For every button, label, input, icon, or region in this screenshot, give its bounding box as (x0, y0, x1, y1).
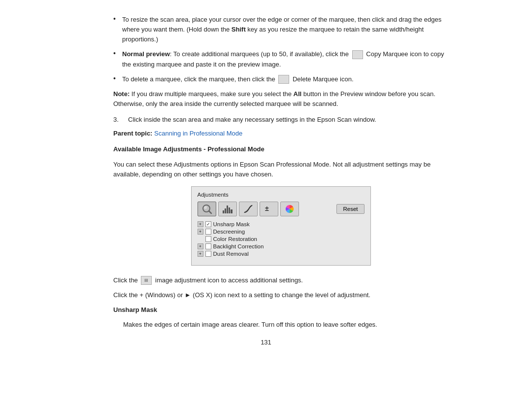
parent-topic-label: Parent topic: (113, 130, 152, 137)
note-label: Note: (113, 90, 130, 98)
parent-topic: Parent topic: Scanning in Professional M… (84, 129, 448, 138)
bullet-text-2: Normal preview: To create additional mar… (122, 49, 448, 69)
descreening-expand[interactable]: + (198, 229, 203, 235)
bullet-item-1: • To resize the scan area, place your cu… (113, 15, 448, 44)
section-desc: You can select these Adjustments options… (84, 160, 448, 179)
main-page: • To resize the scan area, place your cu… (74, 0, 458, 366)
svg-line-2 (209, 211, 211, 213)
section-heading-text: Available Image Adjustments - Profession… (113, 145, 265, 153)
backlight-expand[interactable]: + (198, 243, 203, 249)
bullet-dot-2: • (113, 49, 122, 57)
bullet-dot-1: • (113, 15, 122, 23)
step-3: 3. Click inside the scan area and make a… (84, 115, 448, 125)
page-number: 131 (84, 339, 448, 346)
section-heading: Available Image Adjustments - Profession… (84, 144, 448, 154)
panel-rows: + ✓ Unsharp Mask + Descreening Color Res… (198, 221, 365, 257)
bullet-section: • To resize the scan area, place your cu… (84, 15, 448, 84)
hist-bar-2 (225, 208, 226, 213)
color-restoration-checkbox[interactable] (205, 236, 211, 242)
brightness-button[interactable]: ± (260, 202, 278, 216)
backlight-correction-row: + Backlight Correction (198, 243, 365, 249)
descreening-row: + Descreening (198, 229, 365, 235)
dust-label: Dust Removal (213, 251, 249, 257)
panel-buttons: ± Reset (198, 202, 365, 216)
bold-normal-preview: Normal preview (122, 50, 170, 58)
unsharp-heading-label: Unsharp Mask (113, 306, 157, 313)
descreening-checkbox[interactable] (205, 229, 211, 235)
color-button[interactable] (280, 202, 299, 216)
parent-topic-link[interactable]: Scanning in Professional Mode (154, 130, 242, 137)
reset-button[interactable]: Reset (336, 204, 364, 214)
curve-button[interactable] (239, 202, 258, 216)
color-restoration-label: Color Restoration (213, 236, 257, 242)
dust-removal-row: + Dust Removal (198, 251, 365, 257)
note-block: Note: If you draw multiple marquees, mak… (84, 89, 448, 109)
svg-text:±: ± (265, 205, 269, 212)
adjustments-panel: Adjustments (191, 186, 371, 266)
delete-marquee-icon (278, 75, 289, 84)
unsharp-label: Unsharp Mask (213, 221, 250, 227)
backlight-label: Backlight Correction (213, 243, 264, 249)
color-wheel-icon (284, 204, 295, 214)
histogram-button[interactable] (218, 202, 237, 216)
unsharp-expand[interactable]: + (198, 221, 203, 227)
note-text: If you draw multiple marquees, make sure… (113, 90, 435, 107)
curve-icon (243, 204, 254, 214)
dust-checkbox[interactable] (205, 251, 211, 257)
hist-bar-1 (223, 210, 224, 213)
bullet-text-3: To delete a marquee, click the marquee, … (122, 74, 354, 84)
magnify-button[interactable] (198, 202, 216, 216)
bold-all: All (294, 90, 302, 98)
step-num: 3. (113, 115, 128, 125)
hist-bar-4 (229, 207, 230, 213)
unsharp-mask-row: + ✓ Unsharp Mask (198, 221, 365, 227)
panel-container: Adjustments (84, 186, 448, 266)
bullet-dot-3: • (113, 74, 122, 82)
hist-bar-3 (227, 206, 228, 213)
adjustment-icon: ▤ (141, 276, 152, 285)
copy-marquee-icon (352, 50, 363, 59)
svg-point-1 (204, 206, 207, 209)
step-text: Click inside the scan area and make any … (128, 115, 376, 125)
plus-minus-icon: ± (264, 204, 274, 214)
backlight-checkbox[interactable] (205, 243, 211, 249)
hist-bar-5 (231, 209, 232, 213)
panel-title: Adjustments (198, 192, 365, 198)
unsharp-checkbox[interactable]: ✓ (205, 221, 211, 227)
click-line-2: Click the + (Windows) or ► (OS X) icon n… (84, 290, 448, 300)
unsharp-mask-heading: Unsharp Mask (84, 305, 448, 315)
histogram-icon (223, 205, 233, 213)
bullet-item-3: • To delete a marquee, click the marquee… (113, 74, 448, 84)
unsharp-mask-text: Makes the edges of certain image areas c… (84, 320, 448, 330)
bullet-item-2: • Normal preview: To create additional m… (113, 49, 448, 69)
dust-expand[interactable]: + (198, 251, 203, 257)
color-restoration-row: Color Restoration (198, 236, 365, 242)
descreening-label: Descreening (213, 229, 245, 235)
bold-shift: Shift (232, 26, 246, 33)
click-line-1: Click the ▤ image adjustment icon to acc… (84, 275, 448, 285)
bullet-text-1: To resize the scan area, place your curs… (122, 15, 448, 44)
